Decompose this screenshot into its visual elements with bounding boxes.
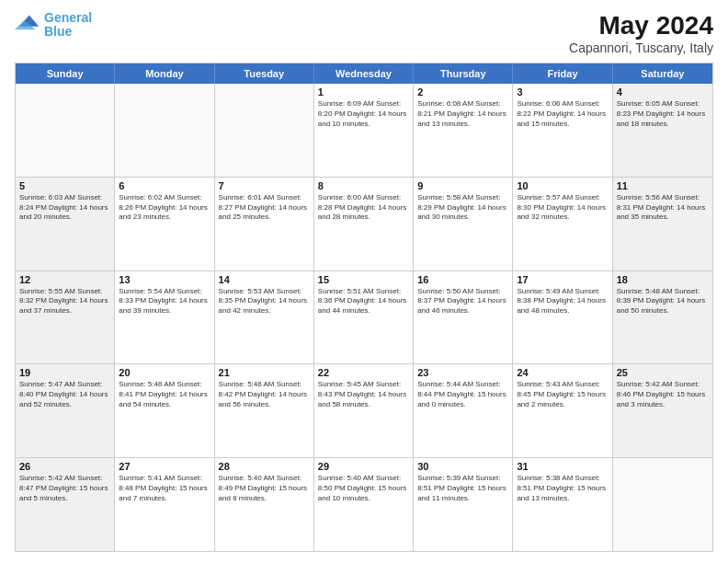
cal-cell-2-4: 16Sunrise: 5:50 AM Sunset: 8:37 PM Dayli… [414, 271, 513, 364]
day-number: 20 [119, 367, 210, 378]
cal-cell-0-6: 4Sunrise: 6:05 AM Sunset: 8:23 PM Daylig… [613, 84, 712, 177]
day-number: 7 [219, 180, 310, 191]
cal-cell-1-2: 7Sunrise: 6:01 AM Sunset: 8:27 PM Daylig… [215, 178, 314, 270]
day-number: 2 [417, 86, 508, 98]
cal-row-1: 5Sunrise: 6:03 AM Sunset: 8:24 PM Daylig… [16, 178, 712, 271]
cal-cell-3-3: 22Sunrise: 5:45 AM Sunset: 8:43 PM Dayli… [314, 364, 414, 457]
logo-icon [15, 12, 40, 38]
cal-cell-0-0 [16, 84, 115, 177]
cal-cell-0-3: 1Sunrise: 6:09 AM Sunset: 8:20 PM Daylig… [314, 84, 414, 177]
day-number: 3 [517, 86, 608, 98]
day-info: Sunrise: 5:54 AM Sunset: 8:33 PM Dayligh… [119, 287, 210, 316]
day-number: 17 [517, 274, 608, 285]
logo: General Blue [15, 11, 92, 40]
calendar: SundayMondayTuesdayWednesdayThursdayFrid… [15, 63, 713, 552]
header: General Blue May 2024 Capannori, Tuscany… [15, 11, 713, 55]
day-info: Sunrise: 6:02 AM Sunset: 8:26 PM Dayligh… [119, 193, 210, 223]
cal-cell-1-6: 11Sunrise: 5:56 AM Sunset: 8:31 PM Dayli… [613, 178, 712, 270]
cal-header-wednesday: Wednesday [314, 63, 414, 84]
cal-header-saturday: Saturday [613, 63, 712, 84]
cal-cell-0-4: 2Sunrise: 6:08 AM Sunset: 8:21 PM Daylig… [414, 84, 513, 177]
day-number: 15 [318, 274, 409, 285]
cal-header-friday: Friday [513, 63, 612, 84]
day-number: 14 [219, 274, 310, 285]
cal-cell-4-6 [613, 458, 712, 551]
day-info: Sunrise: 6:00 AM Sunset: 8:28 PM Dayligh… [318, 193, 409, 223]
subtitle: Capannori, Tuscany, Italy [569, 40, 713, 55]
day-info: Sunrise: 5:38 AM Sunset: 8:51 PM Dayligh… [517, 474, 608, 503]
day-info: Sunrise: 6:03 AM Sunset: 8:24 PM Dayligh… [19, 193, 110, 223]
day-info: Sunrise: 5:57 AM Sunset: 8:30 PM Dayligh… [517, 193, 608, 223]
cal-cell-3-0: 19Sunrise: 5:47 AM Sunset: 8:40 PM Dayli… [16, 364, 115, 457]
day-info: Sunrise: 5:41 AM Sunset: 8:48 PM Dayligh… [119, 474, 210, 503]
day-info: Sunrise: 5:39 AM Sunset: 8:51 PM Dayligh… [417, 474, 508, 503]
cal-cell-0-5: 3Sunrise: 6:06 AM Sunset: 8:22 PM Daylig… [513, 84, 612, 177]
day-number: 22 [318, 367, 409, 378]
main-title: May 2024 [569, 11, 713, 40]
cal-cell-1-3: 8Sunrise: 6:00 AM Sunset: 8:28 PM Daylig… [314, 178, 414, 270]
cal-row-4: 26Sunrise: 5:42 AM Sunset: 8:47 PM Dayli… [16, 458, 712, 551]
day-number: 31 [517, 461, 608, 472]
cal-cell-1-1: 6Sunrise: 6:02 AM Sunset: 8:26 PM Daylig… [115, 178, 214, 270]
day-info: Sunrise: 5:48 AM Sunset: 8:39 PM Dayligh… [617, 287, 709, 316]
day-number: 9 [417, 180, 508, 191]
cal-cell-4-4: 30Sunrise: 5:39 AM Sunset: 8:51 PM Dayli… [414, 458, 513, 551]
cal-header-sunday: Sunday [16, 63, 115, 84]
cal-cell-3-4: 23Sunrise: 5:44 AM Sunset: 8:44 PM Dayli… [414, 364, 513, 457]
day-number: 26 [19, 461, 110, 472]
cal-cell-1-4: 9Sunrise: 5:58 AM Sunset: 8:29 PM Daylig… [414, 178, 513, 270]
day-number: 21 [219, 367, 310, 378]
cal-header-tuesday: Tuesday [215, 63, 314, 84]
cal-cell-2-5: 17Sunrise: 5:49 AM Sunset: 8:38 PM Dayli… [513, 271, 612, 364]
cal-row-0: 1Sunrise: 6:09 AM Sunset: 8:20 PM Daylig… [16, 84, 712, 178]
day-info: Sunrise: 5:40 AM Sunset: 8:49 PM Dayligh… [219, 474, 310, 503]
logo-line2: Blue [44, 24, 72, 39]
day-info: Sunrise: 5:47 AM Sunset: 8:40 PM Dayligh… [19, 380, 110, 409]
day-number: 5 [19, 180, 110, 191]
day-number: 29 [318, 461, 409, 472]
cal-cell-2-0: 12Sunrise: 5:55 AM Sunset: 8:32 PM Dayli… [16, 271, 115, 364]
cal-cell-3-2: 21Sunrise: 5:46 AM Sunset: 8:42 PM Dayli… [215, 364, 314, 457]
cal-cell-0-1 [115, 84, 214, 177]
day-info: Sunrise: 6:05 AM Sunset: 8:23 PM Dayligh… [617, 99, 709, 129]
day-number: 11 [617, 180, 709, 191]
day-number: 6 [119, 180, 210, 191]
day-info: Sunrise: 5:46 AM Sunset: 8:42 PM Dayligh… [219, 380, 310, 409]
calendar-header: SundayMondayTuesdayWednesdayThursdayFrid… [16, 63, 712, 84]
page: General Blue May 2024 Capannori, Tuscany… [0, 0, 728, 563]
calendar-body: 1Sunrise: 6:09 AM Sunset: 8:20 PM Daylig… [16, 84, 712, 551]
day-info: Sunrise: 5:56 AM Sunset: 8:31 PM Dayligh… [617, 193, 709, 223]
title-block: May 2024 Capannori, Tuscany, Italy [569, 11, 713, 55]
cal-cell-2-2: 14Sunrise: 5:53 AM Sunset: 8:35 PM Dayli… [215, 271, 314, 364]
day-info: Sunrise: 5:55 AM Sunset: 8:32 PM Dayligh… [19, 287, 110, 316]
day-info: Sunrise: 5:44 AM Sunset: 8:44 PM Dayligh… [417, 380, 508, 409]
day-number: 28 [219, 461, 310, 472]
logo-text: General Blue [44, 11, 92, 40]
day-number: 16 [417, 274, 508, 285]
cal-cell-1-5: 10Sunrise: 5:57 AM Sunset: 8:30 PM Dayli… [513, 178, 612, 270]
day-info: Sunrise: 6:06 AM Sunset: 8:22 PM Dayligh… [517, 99, 608, 129]
cal-header-thursday: Thursday [414, 63, 513, 84]
day-info: Sunrise: 5:45 AM Sunset: 8:43 PM Dayligh… [318, 380, 409, 409]
logo-line1: General [44, 10, 92, 25]
day-info: Sunrise: 5:58 AM Sunset: 8:29 PM Dayligh… [417, 193, 508, 223]
day-info: Sunrise: 5:49 AM Sunset: 8:38 PM Dayligh… [517, 287, 608, 316]
day-number: 12 [19, 274, 110, 285]
day-number: 25 [617, 367, 709, 378]
cal-cell-3-1: 20Sunrise: 5:46 AM Sunset: 8:41 PM Dayli… [115, 364, 214, 457]
cal-cell-4-1: 27Sunrise: 5:41 AM Sunset: 8:48 PM Dayli… [115, 458, 214, 551]
day-info: Sunrise: 5:43 AM Sunset: 8:45 PM Dayligh… [517, 380, 608, 409]
cal-cell-2-6: 18Sunrise: 5:48 AM Sunset: 8:39 PM Dayli… [613, 271, 712, 364]
day-info: Sunrise: 5:42 AM Sunset: 8:47 PM Dayligh… [19, 474, 110, 503]
day-number: 18 [617, 274, 709, 285]
cal-cell-2-3: 15Sunrise: 5:51 AM Sunset: 8:36 PM Dayli… [314, 271, 414, 364]
day-number: 1 [318, 86, 409, 98]
day-info: Sunrise: 6:09 AM Sunset: 8:20 PM Dayligh… [318, 99, 409, 129]
day-number: 24 [517, 367, 608, 378]
cal-cell-3-5: 24Sunrise: 5:43 AM Sunset: 8:45 PM Dayli… [513, 364, 612, 457]
cal-header-monday: Monday [115, 63, 214, 84]
day-number: 8 [318, 180, 409, 191]
cal-row-2: 12Sunrise: 5:55 AM Sunset: 8:32 PM Dayli… [16, 271, 712, 365]
day-number: 13 [119, 274, 210, 285]
day-info: Sunrise: 5:46 AM Sunset: 8:41 PM Dayligh… [119, 380, 210, 409]
